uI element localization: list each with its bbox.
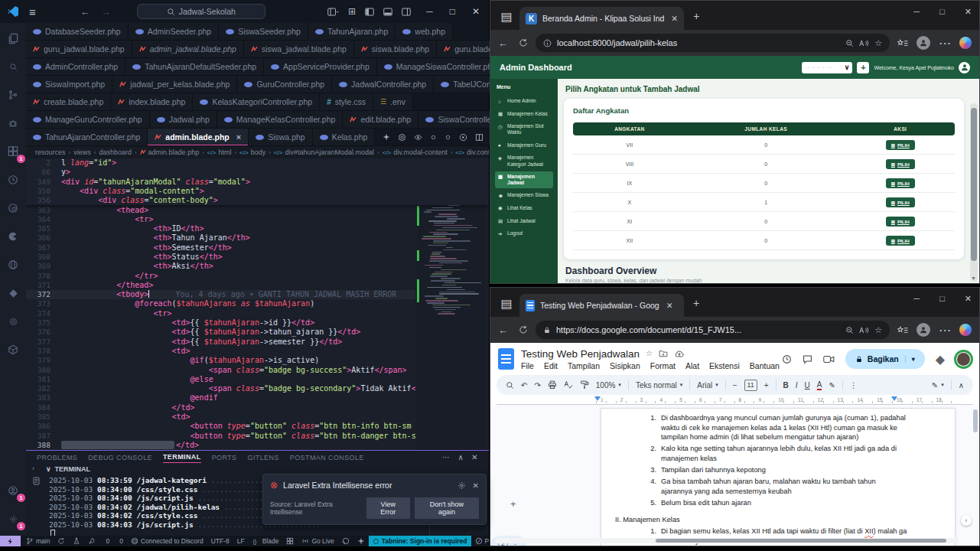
- maximize-button[interactable]: □: [939, 294, 945, 304]
- scroll-down-icon[interactable]: ▼: [971, 276, 976, 281]
- panel-tab-problems[interactable]: PROBLEMS: [37, 452, 77, 463]
- breadcrumb-item[interactable]: </>div#tahunAjaranModal.modal: [274, 148, 374, 156]
- status-item[interactable]: [84, 536, 99, 546]
- dont-show-again-button[interactable]: Don't show again: [415, 497, 479, 519]
- status-item-main[interactable]: main: [22, 536, 54, 546]
- code-line[interactable]: 370 </tr>: [26, 272, 415, 281]
- status-item-0-[interactable]: 0: [99, 536, 113, 546]
- user-avatar[interactable]: [959, 62, 970, 73]
- search-icon[interactable]: [506, 381, 514, 390]
- list-item[interactable]: 1.Di dashboardnya yang muncul cuman juml…: [633, 413, 909, 442]
- minimize-button[interactable]: ─: [426, 6, 433, 17]
- sidebar-item-manajemen-kategori-jadwal[interactable]: ◈Manajemen Kategori Jadwal: [495, 152, 553, 169]
- activity-git-icon[interactable]: [4, 86, 22, 104]
- lock-icon[interactable]: [543, 326, 551, 334]
- breadcrumb-item[interactable]: views: [73, 148, 91, 156]
- sidebar-item-manajemen-siswa[interactable]: ☻Manajemen Siswa: [495, 190, 553, 201]
- editor-tab[interactable]: TahunAjaranDefaultSeeder.php: [125, 58, 264, 75]
- spellcheck-icon[interactable]: [564, 380, 573, 390]
- favorite-star-icon[interactable]: ☆: [874, 38, 882, 48]
- editor-tab[interactable]: TahunAjaran.php: [308, 23, 396, 40]
- code-line[interactable]: 377 <td>{{ $tahunAjaran->semester }}</td…: [26, 337, 415, 347]
- status-item-connected-to-discord[interactable]: Connected to Discord: [127, 536, 207, 546]
- tab-actions-icon[interactable]: ▤: [497, 6, 516, 26]
- activity-ext-icon[interactable]: 1: [4, 142, 22, 161]
- share-button[interactable]: Bagikan ▾: [845, 349, 925, 369]
- tab-actions-icon[interactable]: ▤: [497, 293, 516, 313]
- code-line[interactable]: 381 @else: [26, 375, 415, 384]
- undo-icon[interactable]: ↶: [521, 381, 527, 390]
- tab-close-icon[interactable]: ×: [236, 132, 241, 142]
- code-line[interactable]: 363 <thead>: [26, 206, 415, 215]
- favorite-star-icon[interactable]: ☆: [874, 325, 882, 335]
- editor-tab[interactable]: ManageKelasController.php: [217, 111, 343, 128]
- sidebar-item-manajemen-guru[interactable]: ●Manajemen Guru: [495, 140, 553, 152]
- toggle-panel-icon[interactable]: [383, 6, 392, 17]
- code-line[interactable]: 371 </thead>: [26, 281, 415, 290]
- activity-gem-icon[interactable]: [4, 284, 22, 302]
- breadcrumb-item[interactable]: </>body: [239, 148, 265, 156]
- activity-swirl-icon[interactable]: [4, 312, 22, 331]
- more-options-icon[interactable]: ⋮: [850, 381, 858, 390]
- code-line[interactable]: 382 <span class="badge bg-secondary">Tid…: [26, 384, 415, 393]
- code-line[interactable]: 385 <td>: [26, 412, 415, 422]
- editor-tab[interactable]: #style.css: [320, 93, 373, 110]
- zoom-out-icon[interactable]: [845, 326, 854, 334]
- status-item-0[interactable]: 0: [113, 536, 127, 546]
- menu-sisipkan[interactable]: Sisipkan: [610, 361, 640, 370]
- code-editor[interactable]: 363 <thead>364 <tr>365 <th>ID</th>366 <t…: [26, 158, 489, 450]
- scrollbar-thumb[interactable]: [971, 108, 977, 261]
- code-line[interactable]: 365 <th>ID</th>: [26, 224, 415, 233]
- panel-tab-postman-console[interactable]: POSTMAN CONSOLE: [290, 452, 364, 463]
- editor-tab[interactable]: KelasKategoriController.php: [193, 93, 320, 110]
- insert-plus-icon[interactable]: +: [510, 498, 516, 510]
- docs-logo-icon[interactable]: [498, 348, 514, 370]
- panel-tab-ports[interactable]: PORTS: [212, 452, 237, 463]
- sidebar-item-manajemen-slot-waktu[interactable]: ◷Manajemen Slot Waktu: [495, 121, 553, 138]
- list-item[interactable]: 3.Tampilan dari tahunnya kepotong: [633, 465, 909, 475]
- browser-tab[interactable]: Testing Web Penjadwalan - Goog ✕: [519, 294, 684, 317]
- code-line[interactable]: 375 <td>{{ $tahunAjaran->id }}</td>: [26, 318, 415, 328]
- back-icon[interactable]: ←: [498, 37, 508, 49]
- editing-mode-button[interactable]: ✎▾: [932, 381, 944, 390]
- gear-icon[interactable]: [457, 481, 466, 490]
- status-item[interactable]: [353, 536, 369, 546]
- close-panel-icon[interactable]: ✕: [471, 453, 478, 461]
- profile-avatar[interactable]: [917, 323, 930, 337]
- paragraph-style-select[interactable]: Teks normal▾: [636, 381, 682, 390]
- status-item-lf[interactable]: LF: [233, 536, 249, 546]
- code-line[interactable]: 372 <tbody>You, 4 days ago • GANTI TAHUN…: [26, 290, 415, 299]
- status-item-go-live[interactable]: Go Live: [298, 536, 337, 546]
- close-button[interactable]: ✕: [965, 7, 972, 17]
- code-line[interactable]: 378 <td>: [26, 347, 415, 356]
- view-error-button[interactable]: View Error: [366, 497, 410, 519]
- sidebar-item-manajemen-kelas[interactable]: ▦Manajemen Kelas: [495, 109, 553, 120]
- bold-button[interactable]: B: [783, 381, 789, 390]
- breadcrumb-item[interactable]: </>div.content-body: [455, 148, 489, 156]
- code-line[interactable]: 373 @foreach($tahunAjarans as $tahunAjar…: [26, 299, 415, 308]
- code-line[interactable]: 350 <div class="modal-content">: [26, 187, 489, 196]
- code-line[interactable]: 2l lang="id">: [26, 158, 489, 168]
- editor-tab[interactable]: admin.blade.php×: [148, 129, 249, 145]
- maximize-button[interactable]: □: [450, 6, 455, 17]
- section-heading[interactable]: II. Manajemen Kelas: [615, 515, 909, 525]
- status-item-prettier[interactable]: Prettier: [471, 536, 490, 546]
- editor-tab[interactable]: AdminSeeder.php: [129, 23, 219, 40]
- editor-tab[interactable]: Jadwal.php: [150, 111, 217, 128]
- account-avatar[interactable]: [956, 351, 972, 367]
- ruler[interactable]: 123456789101112131415161718: [497, 396, 973, 405]
- editor-tab[interactable]: GuruController.php: [237, 76, 332, 93]
- chevron-right-icon[interactable]: ›: [32, 465, 41, 472]
- page-scrollbar[interactable]: ▼: [970, 103, 978, 282]
- editor-tab[interactable]: SiswaImport.php: [26, 76, 112, 93]
- terminal-section-header[interactable]: ∨ TERMINAL: [26, 464, 489, 474]
- copilot-icon[interactable]: [959, 37, 972, 49]
- pilih-button[interactable]: ⊞PILIH: [886, 178, 915, 188]
- pilih-button[interactable]: ⊞PILIH: [886, 197, 915, 207]
- command-center-search[interactable]: Jadwal-Sekolah: [137, 4, 265, 19]
- new-tab-button[interactable]: +: [693, 10, 699, 22]
- sidebar-item-logout[interactable]: ➔Logout: [495, 228, 553, 240]
- menu-icon[interactable]: ≡: [29, 5, 36, 18]
- code-line[interactable]: 383 @endif: [26, 393, 415, 403]
- editor-tab[interactable]: jadwal_per_kelas.blade.php: [112, 76, 237, 93]
